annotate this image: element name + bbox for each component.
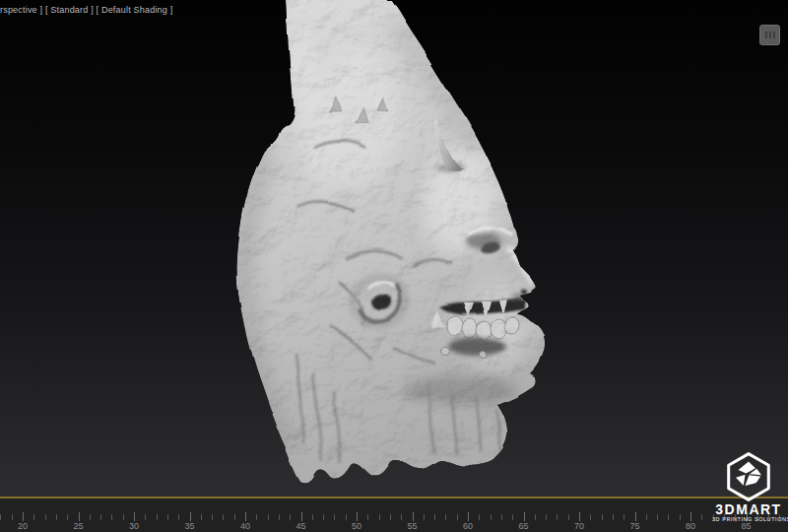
timeline-tick — [413, 512, 414, 521]
screenshot-root: rspective ] [ Standard ] [ Default Shadi… — [0, 0, 788, 532]
timeline-tick — [501, 514, 502, 520]
timeline-label: 20 — [18, 521, 28, 531]
chin-bump — [441, 348, 450, 357]
timeline-tick — [268, 514, 269, 520]
timeline-tick — [234, 514, 235, 520]
timeline-tick — [613, 514, 614, 520]
timeline-label: 65 — [518, 521, 528, 531]
chin-bump — [482, 353, 489, 360]
nostril — [521, 291, 527, 295]
timeline-tick — [45, 514, 46, 520]
timeline-tick — [367, 514, 368, 520]
viewcube-glyph — [765, 32, 767, 38]
timeline-tick — [468, 512, 469, 521]
timeline-tick — [157, 514, 158, 520]
timeline-tick — [323, 514, 324, 520]
timeline-tick — [624, 514, 624, 520]
timeline-tick — [256, 514, 257, 520]
timeline-tick — [0, 514, 1, 520]
timeline-tick — [457, 514, 458, 520]
trackbar[interactable]: 2025303540455055606570758085 — [0, 499, 788, 532]
timeline-label: 60 — [463, 521, 473, 531]
timeline-tick — [579, 512, 580, 521]
timeline-tick — [602, 514, 603, 520]
timeline-tick — [290, 514, 291, 520]
timeline-label: 45 — [296, 521, 305, 531]
timeline-tick — [701, 514, 702, 520]
timeline-tick — [680, 514, 681, 520]
timeline-label: 80 — [686, 521, 695, 531]
timeline-tick — [279, 514, 280, 520]
viewport-canvas[interactable]: rspective ] [ Standard ] [ Default Shadi… — [0, 0, 788, 497]
sculpted-head — [237, 0, 546, 483]
timeline-tick — [167, 514, 168, 520]
timeline-label: 55 — [407, 521, 417, 531]
timeline-label: 35 — [184, 521, 194, 531]
viewcube-glyph — [773, 32, 775, 38]
timeline-tick — [546, 514, 547, 520]
timeline-tick — [301, 512, 302, 521]
timeline-label: 30 — [129, 521, 139, 531]
timeline-tick — [178, 514, 179, 520]
timeline-tick — [190, 512, 191, 521]
timeline-tick — [568, 514, 569, 520]
timeline-tick — [357, 512, 358, 521]
timeline-label: 50 — [352, 521, 361, 531]
timeline-tick — [557, 514, 558, 520]
viewport-label[interactable]: rspective ] [ Standard ] [ Default Shadi… — [0, 5, 172, 15]
timeline-tick — [646, 514, 647, 520]
timeline-tick — [245, 512, 246, 521]
timeline-tick — [401, 514, 402, 520]
timeline-tick — [123, 514, 124, 520]
mouth-shadow — [448, 337, 507, 357]
timeline-label: 40 — [240, 521, 250, 531]
timeline-tick — [346, 514, 347, 520]
gem-icon — [736, 461, 761, 486]
timeline-tick — [635, 512, 636, 521]
timeline-tick — [434, 514, 435, 520]
timeline-tick — [12, 514, 13, 520]
timeline-tick — [590, 514, 591, 520]
crown-sheen — [310, 49, 399, 187]
under-jaw-shade — [404, 376, 518, 404]
timeline-tick — [424, 514, 425, 520]
brand-name: 3DMART — [712, 503, 785, 516]
model-render — [0, 0, 788, 497]
timeline-tick — [479, 514, 480, 520]
timeline-tick — [668, 514, 669, 520]
brand-tagline: 3D PRINTING SOLUTIONS — [712, 516, 785, 523]
timeline-label: 75 — [629, 521, 639, 531]
timeline-tick — [23, 512, 24, 521]
ear-hole — [372, 295, 392, 310]
timeline-tick — [33, 514, 34, 520]
timeline-tick — [690, 512, 691, 521]
timeline-tick — [145, 514, 146, 520]
timeline-tick — [379, 514, 380, 520]
timeline-tick — [56, 514, 57, 520]
viewcube-glyph — [769, 32, 771, 38]
timeline-tick — [312, 514, 313, 520]
timeline-tick — [111, 514, 112, 520]
timeline-tick — [535, 514, 536, 520]
timeline-label: 25 — [73, 521, 83, 531]
timeline-tick — [445, 514, 446, 520]
timeline-tick — [223, 514, 224, 520]
timeline-tick — [90, 514, 91, 520]
timeline-tick — [657, 514, 658, 520]
timeline-tick — [79, 512, 80, 521]
timeline-tick — [67, 514, 68, 520]
timeline-tick — [491, 514, 492, 520]
timeline-tick — [201, 514, 202, 520]
timeline-tick — [212, 514, 213, 520]
timeline-tick — [524, 512, 525, 521]
timeline-tick — [390, 514, 391, 520]
viewcube-widget[interactable] — [759, 25, 780, 45]
timeline-tick — [134, 512, 135, 521]
brand-logo-icon — [723, 451, 774, 502]
timeline-tick — [100, 514, 101, 520]
timeline-tick — [512, 514, 513, 520]
brand-watermark: 3DMART 3D PRINTING SOLUTIONS — [712, 451, 785, 523]
timeline-tick — [334, 514, 335, 520]
timeline-label: 70 — [574, 521, 584, 531]
